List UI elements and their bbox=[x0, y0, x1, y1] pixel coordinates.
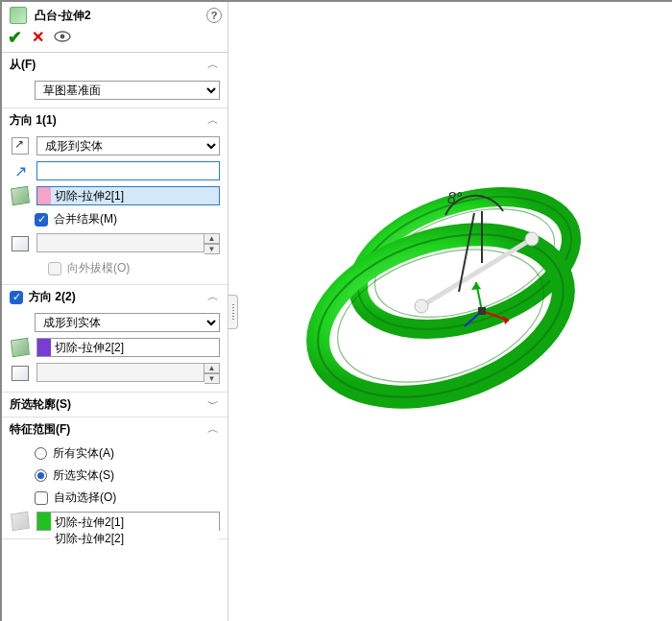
ok-button[interactable]: ✔ bbox=[8, 29, 22, 46]
scope-selected-label: 所选实体(S) bbox=[53, 467, 114, 484]
section-contours-header[interactable]: 所选轮廓(S) ﹀ bbox=[2, 393, 228, 417]
draft-icon bbox=[10, 234, 31, 253]
section-direction2: ✓ 方向 2(2) ︿ 成形到实体 切除-拉伸2[2] bbox=[2, 285, 228, 393]
angle-label: 8° bbox=[447, 190, 463, 206]
draft-angle-field[interactable]: ▲▼ bbox=[36, 233, 220, 254]
chevron-up-icon: ︿ bbox=[206, 289, 220, 305]
svg-marker-16 bbox=[471, 282, 481, 290]
section-from-header[interactable]: 从(F) ︿ bbox=[2, 53, 228, 77]
dir2-body-target-field[interactable]: 切除-拉伸2[2] bbox=[36, 338, 220, 357]
section-direction1-header[interactable]: 方向 1(1) ︿ bbox=[2, 108, 228, 132]
dir1-endcond-select[interactable]: 成形到实体 bbox=[36, 136, 220, 155]
color-chip-green bbox=[37, 513, 51, 530]
section-from-title: 从(F) bbox=[10, 57, 201, 73]
panel-splitter-handle[interactable] bbox=[228, 295, 238, 329]
chevron-down-icon: ﹀ bbox=[206, 396, 220, 413]
section-scope-title: 特征范围(F) bbox=[10, 421, 201, 438]
svg-point-9 bbox=[415, 299, 428, 313]
direction-vector-icon: ↗ bbox=[10, 161, 31, 180]
dir2-body-target-text: 切除-拉伸2[2] bbox=[51, 340, 219, 356]
dir1-body-target-field[interactable]: 切除-拉伸2[1] bbox=[36, 186, 220, 205]
spinner-up[interactable]: ▲ bbox=[204, 233, 220, 244]
feature-header: 凸台-拉伸2 ? bbox=[2, 2, 228, 27]
property-manager-panel: 凸台-拉伸2 ? ✔ ✕ 从(F) ︿ 草图基准面 bbox=[2, 2, 228, 621]
preview-toggle[interactable] bbox=[54, 29, 71, 46]
scope-body-item[interactable]: 切除-拉伸2[2] bbox=[55, 531, 215, 547]
section-scope-header[interactable]: 特征范围(F) ︿ bbox=[2, 418, 228, 442]
chevron-up-icon: ︿ bbox=[206, 57, 220, 73]
scope-body-item[interactable]: 切除-拉伸2[1] bbox=[55, 514, 215, 531]
svg-point-10 bbox=[525, 232, 539, 246]
scope-all-radio[interactable] bbox=[35, 447, 47, 460]
merge-result-label: 合并结果(M) bbox=[54, 211, 117, 227]
feature-icon bbox=[8, 6, 29, 25]
svg-rect-18 bbox=[478, 307, 486, 315]
body-target-icon bbox=[10, 186, 31, 205]
dir2-endcond-select[interactable]: 成形到实体 bbox=[35, 313, 220, 332]
reverse-direction-icon[interactable] bbox=[10, 136, 31, 155]
section-scope: 特征范围(F) ︿ 所有实体(A) 所选实体(S) 自动选择(O) bbox=[2, 418, 228, 539]
graphics-viewport[interactable]: 8° bbox=[228, 2, 672, 621]
merge-result-checkbox[interactable]: ✓ bbox=[35, 213, 48, 227]
section-direction1: 方向 1(1) ︿ 成形到实体 ↗ 切除 bbox=[2, 108, 228, 285]
scope-auto-checkbox[interactable] bbox=[35, 491, 48, 505]
svg-point-1 bbox=[60, 35, 65, 39]
color-chip-pink bbox=[37, 187, 51, 204]
section-direction1-title: 方向 1(1) bbox=[10, 112, 201, 129]
body-target-icon bbox=[10, 338, 31, 357]
scope-body-icon bbox=[10, 512, 31, 531]
section-contours: 所选轮廓(S) ﹀ bbox=[2, 393, 228, 418]
scope-selected-radio[interactable] bbox=[35, 469, 47, 482]
color-chip-purple bbox=[37, 339, 51, 356]
help-icon[interactable]: ? bbox=[206, 8, 222, 23]
scope-auto-label: 自动选择(O) bbox=[54, 490, 116, 506]
draft-outward-checkbox bbox=[48, 262, 61, 275]
from-select[interactable]: 草图基准面 bbox=[35, 81, 220, 100]
spinner-up[interactable]: ▲ bbox=[204, 363, 220, 373]
feature-actions: ✔ ✕ bbox=[2, 27, 228, 53]
scope-all-label: 所有实体(A) bbox=[53, 445, 114, 462]
section-contours-title: 所选轮廓(S) bbox=[10, 396, 201, 413]
direction-vector-field[interactable] bbox=[36, 161, 220, 180]
draft-outward-label: 向外拔模(O) bbox=[67, 260, 130, 276]
draft-icon bbox=[10, 364, 31, 383]
scope-bodies-list[interactable]: 切除-拉伸2[1] 切除-拉伸2[2] bbox=[36, 512, 220, 531]
model-preview: 8° bbox=[287, 114, 613, 460]
chevron-up-icon: ︿ bbox=[206, 112, 220, 129]
section-from: 从(F) ︿ 草图基准面 bbox=[2, 53, 228, 108]
spinner-down[interactable]: ▼ bbox=[204, 244, 220, 254]
cancel-button[interactable]: ✕ bbox=[32, 30, 44, 45]
feature-title: 凸台-拉伸2 bbox=[35, 8, 201, 24]
direction2-enable-checkbox[interactable]: ✓ bbox=[10, 291, 23, 304]
section-direction2-header[interactable]: ✓ 方向 2(2) ︿ bbox=[2, 285, 228, 309]
section-direction2-title: 方向 2(2) bbox=[29, 289, 201, 305]
dir1-body-target-text: 切除-拉伸2[1] bbox=[51, 188, 219, 204]
chevron-up-icon: ︿ bbox=[206, 421, 220, 438]
spinner-down[interactable]: ▼ bbox=[204, 373, 220, 384]
dir2-draft-angle-field[interactable]: ▲▼ bbox=[36, 363, 220, 384]
